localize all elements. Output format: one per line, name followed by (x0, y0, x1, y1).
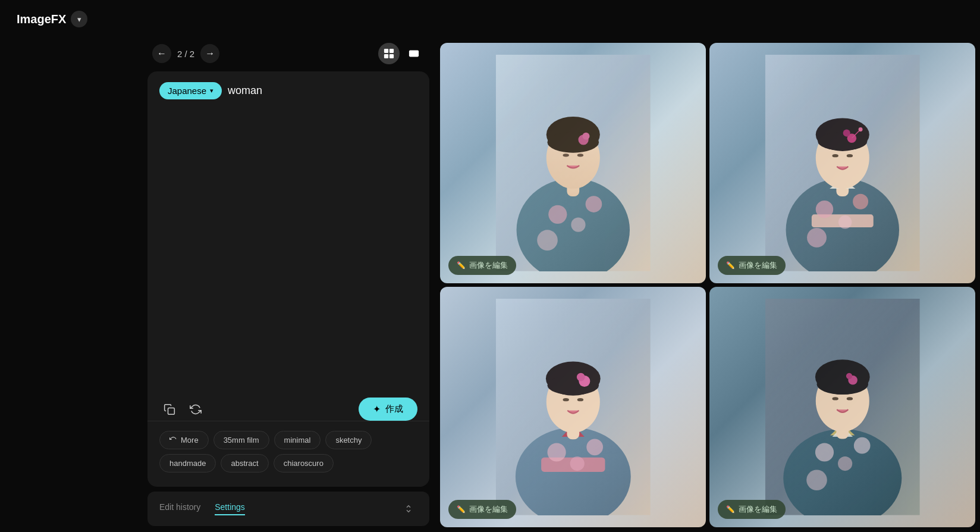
portrait-overlay-1 (440, 43, 706, 283)
style-tag-more[interactable]: More (159, 431, 209, 449)
nav-forward-button[interactable]: → (200, 44, 219, 63)
copy-button[interactable] (159, 399, 180, 420)
svg-point-8 (548, 205, 567, 224)
style-chip-japanese[interactable]: Japanese ▾ (159, 82, 222, 99)
tabs-expand-button[interactable] (400, 500, 417, 518)
svg-rect-4 (409, 51, 419, 57)
svg-point-32 (846, 154, 852, 157)
nav-counter: 2 / 2 (177, 49, 194, 59)
style-tag-abstract[interactable]: abstract (221, 454, 268, 472)
edit-label-3: 画像を編集 (469, 504, 508, 515)
nav-left: ← 2 / 2 → (152, 44, 219, 63)
app-logo-dropdown[interactable]: ▾ (71, 11, 87, 27)
svg-rect-2 (384, 54, 388, 58)
svg-point-10 (585, 196, 602, 212)
svg-point-62 (846, 398, 852, 400)
style-tag-handmade-label: handmade (169, 459, 206, 468)
pencil-icon-1: ✏️ (457, 261, 466, 270)
chip-arrow-icon: ▾ (210, 87, 213, 95)
nav-back-button[interactable]: ← (152, 44, 171, 63)
single-view-button[interactable] (403, 43, 425, 64)
portrait-overlay-3 (440, 287, 706, 527)
svg-point-30 (818, 132, 867, 151)
tab-settings[interactable]: Settings (215, 502, 245, 515)
svg-point-15 (547, 132, 599, 153)
svg-point-55 (854, 437, 871, 454)
svg-point-25 (853, 194, 868, 209)
nav-right (378, 43, 425, 64)
style-tag-minimal-label: minimal (284, 436, 311, 445)
svg-point-54 (838, 456, 852, 471)
svg-point-19 (582, 133, 589, 140)
app-logo-text: ImageFX (17, 12, 66, 26)
prompt-chips-row: Japanese ▾ woman (159, 82, 417, 99)
style-tag-sketchy[interactable]: sketchy (325, 431, 372, 449)
generate-button[interactable]: ✦ 作成 (359, 398, 417, 421)
svg-point-56 (806, 470, 827, 491)
style-tag-film[interactable]: 35mm film (213, 431, 269, 449)
svg-rect-0 (384, 49, 388, 53)
grid-view-button[interactable] (378, 43, 400, 64)
svg-point-42 (586, 439, 603, 456)
generate-star: ✦ (373, 403, 381, 415)
svg-rect-5 (168, 408, 175, 414)
style-tag-abstract-label: abstract (231, 459, 258, 468)
style-tags: More 35mm film minimal sketchy handmade … (159, 421, 417, 477)
nav-bar: ← 2 / 2 → (147, 43, 429, 64)
tab-edit-history[interactable]: Edit history (159, 502, 200, 515)
edit-label-2: 画像を編集 (739, 260, 777, 271)
pencil-icon-3: ✏️ (457, 505, 466, 514)
bottom-tabs: Edit history Settings (147, 492, 429, 526)
edit-button-3[interactable]: ✏️ 画像を編集 (448, 500, 516, 519)
svg-point-23 (815, 201, 833, 218)
style-tag-handmade[interactable]: handmade (159, 454, 216, 472)
svg-point-17 (577, 154, 583, 157)
image-cell-1: ✏️ 画像を編集 (440, 43, 706, 283)
prompt-body (159, 107, 417, 392)
svg-point-47 (563, 398, 568, 401)
svg-point-34 (843, 130, 850, 137)
prompt-area: Japanese ▾ woman (147, 71, 429, 487)
image-grid: ✏️ 画像を編集 (440, 43, 975, 527)
svg-point-16 (563, 154, 568, 157)
svg-point-9 (571, 218, 585, 232)
svg-point-60 (816, 374, 868, 395)
svg-point-31 (832, 154, 838, 157)
svg-point-41 (570, 456, 584, 471)
portrait-overlay-2 (709, 43, 975, 283)
style-tag-sketchy-label: sketchy (335, 436, 362, 445)
style-tag-film-label: 35mm film (224, 436, 259, 445)
edit-label-1: 画像を編集 (469, 260, 508, 271)
action-icons (159, 399, 206, 420)
svg-point-61 (832, 398, 838, 400)
portrait-overlay-4 (709, 287, 975, 527)
style-tag-chiaroscuro-label: chiaroscuro (284, 459, 323, 468)
prompt-actions: ✦ 作成 (159, 398, 417, 421)
svg-rect-3 (390, 54, 394, 58)
image-cell-2: ✏️ 画像を編集 (709, 43, 975, 283)
refresh-prompt-button[interactable] (186, 399, 206, 420)
pencil-icon-2: ✏️ (726, 261, 735, 270)
app-header: ImageFX ▾ (17, 11, 87, 27)
left-panel: ← 2 / 2 → Japanese (147, 43, 429, 532)
pencil-icon-4: ✏️ (726, 505, 735, 514)
svg-point-24 (838, 215, 852, 229)
edit-button-1[interactable]: ✏️ 画像を編集 (448, 256, 516, 275)
style-tag-more-label: More (181, 436, 199, 445)
svg-point-53 (815, 443, 834, 462)
svg-point-11 (537, 230, 558, 251)
image-cell-4: ✏️ 画像を編集 (709, 287, 975, 527)
generate-label: 作成 (385, 403, 403, 415)
chip-label: Japanese (168, 86, 206, 96)
edit-label-4: 画像を編集 (739, 504, 777, 515)
edit-button-2[interactable]: ✏️ 画像を編集 (718, 256, 786, 275)
svg-point-64 (846, 373, 852, 379)
edit-button-4[interactable]: ✏️ 画像を編集 (718, 500, 786, 519)
svg-rect-1 (390, 49, 394, 53)
style-tag-chiaroscuro[interactable]: chiaroscuro (274, 454, 334, 472)
svg-point-40 (547, 443, 566, 462)
style-tag-minimal[interactable]: minimal (274, 431, 321, 449)
svg-point-46 (547, 375, 599, 395)
prompt-text: woman (228, 85, 262, 97)
tabs-list: Edit history Settings (159, 502, 245, 515)
